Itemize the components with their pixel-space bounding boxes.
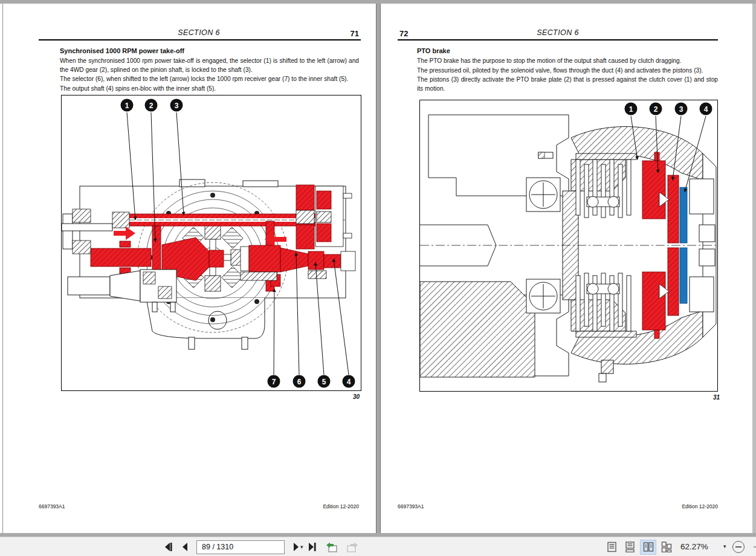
figure-30-frame: 1 2 3 7 6 5 4 xyxy=(61,95,361,391)
page-number: 71 xyxy=(351,29,359,38)
housing-hatched-sections xyxy=(420,114,703,382)
pdf-viewer: SECTION 6 71 Synchronised 1000 RPM power… xyxy=(0,0,756,556)
section-header: SECTION 6 xyxy=(39,28,359,37)
svg-text:3: 3 xyxy=(175,102,179,110)
zoom-level-value: 62.27% xyxy=(680,537,708,556)
section-header: SECTION 6 xyxy=(398,28,718,37)
page-right-shadow xyxy=(752,4,756,533)
previous-view-icon xyxy=(325,541,338,553)
footer-doc-code: 6697393A1 xyxy=(39,503,65,509)
header-rule xyxy=(39,39,361,40)
continuous-view-button[interactable] xyxy=(622,540,638,555)
header-rule xyxy=(398,39,718,40)
topic-title: Synchronised 1000 RPM power take-off xyxy=(60,47,184,54)
next-view-icon xyxy=(346,541,359,553)
body-text: When the synchronised 1000 rpm power tak… xyxy=(60,57,359,94)
paragraph: The pressurised oil, piloted by the sole… xyxy=(417,66,718,76)
zoom-slider-edge[interactable] xyxy=(754,546,756,548)
paragraph: The pistons (3) directly activate the PT… xyxy=(417,76,718,93)
page-gap xyxy=(376,4,381,533)
page-display-modes xyxy=(604,537,674,556)
paragraph: The output shaft (4) spins en-bloc with … xyxy=(60,85,359,94)
zoom-dropdown-icon[interactable]: ▾ xyxy=(723,537,726,556)
svg-text:5: 5 xyxy=(322,378,326,386)
last-page-icon xyxy=(308,542,318,552)
footer-doc-code: 6697393A1 xyxy=(398,503,424,509)
facing-continuous-view-button[interactable] xyxy=(658,540,674,555)
figure-31-drawing: 1 2 3 4 xyxy=(420,100,717,391)
figure-30-drawing: 1 2 3 7 6 5 4 xyxy=(62,95,361,390)
previous-page-icon xyxy=(181,542,189,552)
svg-text:2: 2 xyxy=(654,105,658,114)
footer-edition: Edition 12-2020 xyxy=(323,503,359,509)
svg-text:4: 4 xyxy=(347,378,351,386)
next-page-icon xyxy=(292,542,300,552)
paragraph: The PTO brake has the purpose to stop th… xyxy=(417,57,718,66)
next-view-button[interactable] xyxy=(342,538,363,555)
figure-31-callouts: 1 2 3 4 xyxy=(625,103,712,115)
svg-text:7: 7 xyxy=(272,378,276,386)
paragraph: The selector (6), when shifted to the le… xyxy=(60,75,359,84)
svg-text:2: 2 xyxy=(149,102,153,110)
figure-number: 31 xyxy=(713,394,720,401)
zoom-out-button[interactable] xyxy=(732,541,745,553)
manual-page-72: 72 SECTION 6 PTO brake The PTO brake has… xyxy=(381,4,752,533)
continuous-view-icon xyxy=(625,541,635,552)
facing-page-view-button[interactable] xyxy=(640,540,656,555)
facing-page-view-icon xyxy=(643,541,654,552)
page-number-box: ▾ xyxy=(196,540,285,554)
figure-number: 30 xyxy=(353,393,360,400)
first-page-icon xyxy=(163,542,173,552)
next-page-button[interactable] xyxy=(289,538,304,555)
topic-title: PTO brake xyxy=(417,47,450,54)
facing-continuous-view-icon xyxy=(661,541,672,552)
receiver-gear-cluster xyxy=(296,185,352,249)
previous-view-button[interactable] xyxy=(321,538,342,555)
page-navigation: ▾ xyxy=(160,537,363,556)
single-page-view-icon xyxy=(607,541,617,552)
svg-text:6: 6 xyxy=(297,378,302,386)
viewer-toolbar: ▾ xyxy=(0,537,756,556)
previous-page-button[interactable] xyxy=(177,538,192,555)
last-page-button[interactable] xyxy=(304,538,321,555)
first-page-button[interactable] xyxy=(160,538,177,555)
svg-text:3: 3 xyxy=(679,105,683,114)
single-page-view-button[interactable] xyxy=(604,540,620,555)
document-area: SECTION 6 71 Synchronised 1000 RPM power… xyxy=(0,4,756,533)
minus-icon xyxy=(735,546,741,548)
manual-page-71: SECTION 6 71 Synchronised 1000 RPM power… xyxy=(2,4,376,533)
page-number-input[interactable] xyxy=(197,543,299,551)
paragraph: When the synchronised 1000 rpm power tak… xyxy=(60,57,359,74)
svg-text:1: 1 xyxy=(629,105,633,114)
svg-text:1: 1 xyxy=(125,102,129,110)
svg-text:4: 4 xyxy=(704,105,708,114)
figure-31-frame: 1 2 3 4 xyxy=(419,100,718,392)
body-text: The PTO brake has the purpose to stop th… xyxy=(417,57,718,94)
footer-edition: Edition 12-2020 xyxy=(682,503,718,509)
